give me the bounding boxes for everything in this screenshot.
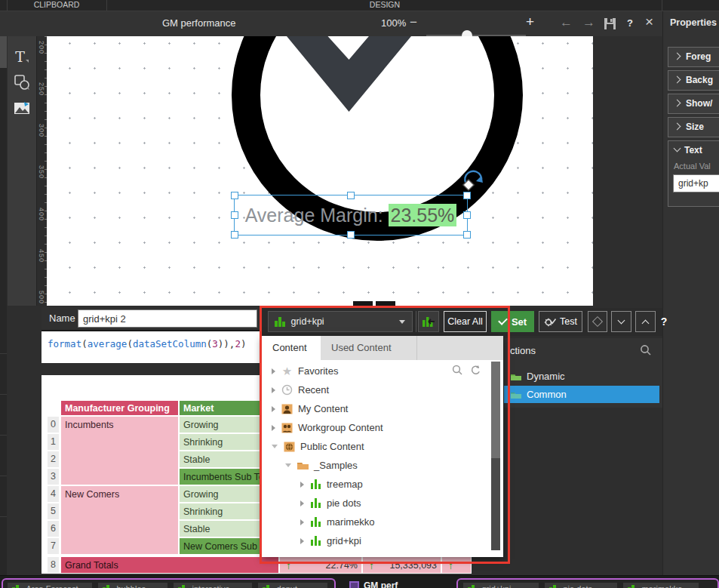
tree-item-my-content[interactable]: My Content	[262, 399, 490, 418]
collapsed-panel-strip[interactable]	[0, 36, 7, 575]
content-tree: ★ Favorites Recent My Content Workgroup …	[262, 362, 490, 550]
list-item-common[interactable]: Common	[504, 386, 659, 403]
test-button[interactable]: Test	[539, 311, 582, 332]
taskbar-tab[interactable]: pie dots	[545, 583, 617, 588]
expand-button[interactable]	[635, 311, 656, 332]
section-label: Foreg	[686, 51, 711, 62]
content-picker-popup: Content Used Content ★ Favorites Recent	[262, 336, 503, 557]
rotate-handle-icon[interactable]	[462, 169, 486, 195]
list-item-dynamic[interactable]: Dynamic	[504, 368, 659, 385]
resize-handle[interactable]	[231, 192, 238, 199]
active-page-checkbox[interactable]	[349, 581, 359, 588]
zoom-out-icon[interactable]: −	[410, 16, 417, 29]
resize-handle[interactable]	[231, 231, 238, 239]
dataset-toolbar: grid+kpi Clear All Set Test ?	[262, 308, 662, 336]
tree-item-marimekko[interactable]: marimekko	[262, 513, 490, 531]
toolbar-help-icon[interactable]: ?	[657, 311, 671, 332]
expander-icon[interactable]	[272, 445, 278, 448]
diamond-button[interactable]	[588, 311, 607, 332]
taskbar-tab[interactable]: bubbles	[98, 583, 167, 588]
design-canvas[interactable]: Average Margin: 23.55%	[47, 36, 593, 306]
tree-item-grid-kpi[interactable]: grid+kpi	[262, 531, 490, 550]
folder-icon	[297, 460, 309, 470]
expander-icon[interactable]	[272, 406, 275, 412]
strip-divider	[0, 394, 7, 395]
section-foreground[interactable]: Foreg	[668, 47, 719, 67]
row-number: 7	[47, 537, 60, 555]
group-cell: New Comers	[60, 485, 179, 555]
bar-chart-icon	[549, 585, 560, 588]
taskbar-tab[interactable]: Area Forecast	[8, 583, 92, 588]
expander-icon[interactable]	[300, 519, 304, 525]
actions-panel-title: ctions	[510, 345, 536, 356]
resize-handle[interactable]	[347, 231, 355, 239]
selected-text-element[interactable]: Average Margin: 23.55%	[234, 195, 468, 236]
image-tool-icon[interactable]	[12, 98, 32, 118]
tree-item-recent[interactable]: Recent	[262, 380, 490, 399]
collapse-button[interactable]	[611, 311, 631, 332]
expander-icon[interactable]	[272, 425, 275, 431]
popup-scrollbar-thumb[interactable]	[491, 362, 500, 458]
actual-value-field[interactable]	[673, 174, 719, 192]
list-item-label: Common	[527, 389, 567, 400]
bar-chart-icon	[103, 585, 113, 588]
list-item-label: Dynamic	[527, 371, 565, 382]
resize-handle[interactable]	[463, 211, 471, 219]
name-input[interactable]	[78, 309, 257, 328]
undo-icon[interactable]: ←	[560, 16, 573, 29]
search-icon[interactable]	[640, 344, 652, 359]
actual-value-label: Actual Val	[674, 162, 719, 171]
tree-item-pie-dots[interactable]: pie dots	[262, 494, 490, 513]
tree-item-public-content[interactable]: Public Content	[262, 437, 490, 456]
row-number: 8	[47, 556, 60, 574]
expander-icon[interactable]	[272, 387, 275, 393]
canvas-scrollbar[interactable]	[353, 301, 373, 306]
save-icon[interactable]	[604, 17, 616, 33]
taskbar-tab[interactable]: grid+kpi	[463, 583, 539, 588]
resize-handle[interactable]	[463, 231, 471, 239]
tab-used-content[interactable]: Used Content	[321, 336, 417, 360]
help-icon[interactable]: ?	[627, 17, 633, 29]
popup-scrollbar[interactable]	[491, 362, 500, 550]
section-size[interactable]: Size	[668, 117, 719, 137]
expression-editor[interactable]: format(average(dataSetColumn(3)),2)	[41, 330, 262, 363]
actions-panel: ctions Dynamic Common	[504, 338, 662, 408]
apply-dataset-icon[interactable]	[418, 311, 439, 332]
dataset-dropdown[interactable]: grid+kpi	[268, 311, 413, 332]
expander-icon[interactable]	[300, 482, 304, 488]
dataset-dropdown-value: grid+kpi	[291, 316, 324, 327]
close-icon[interactable]: ×	[645, 15, 653, 28]
section-background[interactable]: Backg	[668, 70, 719, 91]
bar-chart-icon	[263, 585, 273, 588]
toolbar-divider	[416, 311, 416, 332]
tree-item-workgroup-content[interactable]: Workgroup Content	[262, 418, 490, 437]
resize-handle[interactable]	[347, 192, 355, 199]
ribbon-tab-clipboard[interactable]: CLIPBOARD	[8, 0, 106, 10]
collapsed-panel-handle[interactable]	[0, 36, 7, 68]
taskbar-tab[interactable]: interactive	[174, 583, 252, 588]
folder-icon	[510, 390, 522, 399]
redo-icon[interactable]: →	[582, 16, 595, 29]
ribbon-tab-design[interactable]: DESIGN	[177, 0, 592, 10]
expander-icon[interactable]	[272, 368, 275, 374]
resize-handle[interactable]	[231, 211, 238, 219]
zoom-in-icon[interactable]: +	[526, 15, 534, 28]
canvas-scrollbar[interactable]	[376, 301, 395, 306]
shape-tool-icon[interactable]	[12, 72, 32, 92]
tree-item-favorites[interactable]: ★ Favorites	[262, 362, 490, 380]
taskbar-group-right: grid+kpi pie dots marimekko	[456, 578, 719, 588]
strip-divider	[0, 435, 7, 436]
text-tool-icon[interactable]: T	[12, 47, 32, 66]
taskbar-tab[interactable]: donut	[258, 583, 327, 588]
tree-item-samples-folder[interactable]: _Samples	[262, 456, 490, 475]
section-text-header[interactable]: Text	[668, 141, 719, 159]
taskbar-tab[interactable]: marimekko	[623, 583, 699, 588]
section-show-hide[interactable]: Show/	[668, 94, 719, 114]
expander-icon[interactable]	[285, 463, 291, 467]
set-button[interactable]: Set	[491, 311, 534, 332]
tree-item-treemap[interactable]: treemap	[262, 475, 490, 494]
clear-all-button[interactable]: Clear All	[444, 311, 487, 332]
expander-icon[interactable]	[300, 538, 304, 544]
expander-icon[interactable]	[300, 500, 304, 506]
tab-content[interactable]: Content	[262, 336, 321, 360]
